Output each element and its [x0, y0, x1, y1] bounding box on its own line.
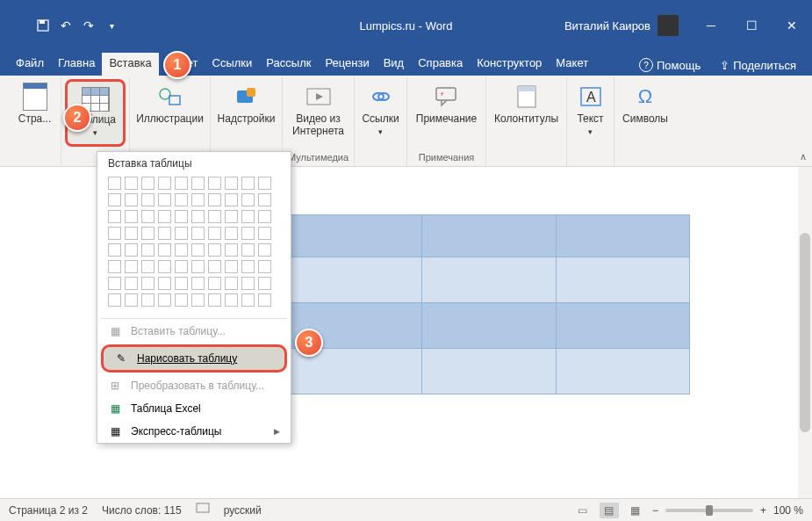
grid-cell[interactable] — [191, 277, 205, 290]
status-language[interactable]: русский — [224, 504, 262, 517]
grid-cell[interactable] — [241, 210, 255, 223]
grid-cell[interactable] — [158, 277, 171, 290]
grid-cell[interactable] — [158, 193, 171, 206]
grid-cell[interactable] — [125, 277, 138, 290]
grid-cell[interactable] — [225, 210, 238, 223]
grid-cell[interactable] — [258, 277, 271, 290]
grid-cell[interactable] — [141, 210, 154, 223]
grid-cell[interactable] — [175, 227, 188, 240]
grid-cell[interactable] — [208, 193, 221, 206]
links-button[interactable]: Ссылки▾ — [356, 79, 404, 141]
tab-review[interactable]: Рецензи — [318, 53, 376, 76]
grid-cell[interactable] — [225, 227, 238, 240]
grid-cell[interactable] — [108, 177, 121, 190]
view-read-icon[interactable]: ▭ — [573, 503, 593, 518]
status-page[interactable]: Страница 2 из 2 — [9, 504, 88, 517]
grid-cell[interactable] — [191, 210, 205, 223]
grid-cell[interactable] — [125, 243, 138, 257]
grid-cell[interactable] — [258, 177, 271, 190]
grid-cell[interactable] — [158, 177, 171, 190]
grid-cell[interactable] — [191, 293, 205, 307]
grid-cell[interactable] — [258, 227, 271, 240]
grid-cell[interactable] — [175, 177, 188, 190]
grid-cell[interactable] — [108, 193, 121, 206]
grid-cell[interactable] — [208, 243, 221, 257]
grid-cell[interactable] — [208, 177, 221, 190]
tab-insert[interactable]: Вставка — [102, 53, 158, 76]
view-print-icon[interactable]: ▤ — [600, 503, 619, 518]
grid-cell[interactable] — [175, 277, 188, 290]
grid-cell[interactable] — [225, 243, 238, 257]
grid-cell[interactable] — [208, 210, 221, 223]
grid-cell[interactable] — [191, 243, 205, 257]
close-button[interactable]: ✕ — [772, 0, 812, 51]
redo-icon[interactable]: ↷ — [81, 18, 97, 33]
grid-cell[interactable] — [191, 193, 205, 206]
grid-cell[interactable] — [141, 227, 154, 240]
grid-cell[interactable] — [108, 277, 121, 290]
grid-cell[interactable] — [158, 243, 171, 257]
symbols-button[interactable]: Ω Символы — [617, 79, 673, 128]
grid-cell[interactable] — [225, 177, 238, 190]
grid-cell[interactable] — [125, 260, 138, 273]
share-button[interactable]: ⇪ Поделиться — [713, 55, 803, 76]
grid-cell[interactable] — [258, 193, 271, 206]
grid-cell[interactable] — [241, 260, 255, 273]
grid-cell[interactable] — [225, 260, 238, 273]
grid-cell[interactable] — [158, 260, 171, 273]
addins-button[interactable]: Надстройки — [212, 79, 281, 128]
undo-icon[interactable]: ↶ — [58, 18, 74, 33]
menu-draw-table[interactable]: ✎ Нарисовать таблицу — [101, 344, 287, 373]
grid-cell[interactable] — [191, 227, 205, 240]
spellcheck-icon[interactable] — [196, 503, 210, 517]
tab-view[interactable]: Вид — [377, 53, 412, 76]
grid-cell[interactable] — [125, 193, 138, 206]
grid-cell[interactable] — [175, 210, 188, 223]
qat-more-icon[interactable]: ▾ — [104, 18, 119, 33]
grid-cell[interactable] — [258, 243, 271, 257]
tab-references[interactable]: Ссылки — [205, 53, 260, 76]
grid-cell[interactable] — [241, 243, 255, 257]
grid-cell[interactable] — [191, 260, 205, 273]
tab-help[interactable]: Справка — [411, 53, 470, 76]
tab-design[interactable]: Конструктор — [470, 53, 549, 76]
tell-me[interactable]: ? Помощь — [632, 54, 708, 76]
grid-cell[interactable] — [191, 177, 205, 190]
table-grid-picker[interactable] — [97, 171, 291, 317]
grid-cell[interactable] — [141, 293, 154, 307]
menu-excel-table[interactable]: ▦ Таблица Excel — [97, 397, 291, 420]
grid-cell[interactable] — [208, 293, 221, 307]
grid-cell[interactable] — [225, 277, 238, 290]
grid-cell[interactable] — [141, 177, 154, 190]
grid-cell[interactable] — [241, 293, 255, 307]
zoom-level[interactable]: 100 % — [773, 504, 803, 517]
status-words[interactable]: Число слов: 115 — [102, 504, 182, 517]
collapse-ribbon-icon[interactable]: ∧ — [800, 151, 807, 163]
grid-cell[interactable] — [141, 277, 154, 290]
grid-cell[interactable] — [258, 293, 271, 307]
grid-cell[interactable] — [108, 243, 121, 257]
grid-cell[interactable] — [108, 210, 121, 223]
minimize-button[interactable]: ─ — [691, 0, 731, 51]
grid-cell[interactable] — [241, 227, 255, 240]
grid-cell[interactable] — [208, 260, 221, 273]
tab-home[interactable]: Главна — [51, 53, 102, 76]
grid-cell[interactable] — [175, 293, 188, 307]
headers-button[interactable]: Колонтитулы — [489, 79, 564, 128]
grid-cell[interactable] — [158, 293, 171, 307]
zoom-slider[interactable] — [665, 509, 753, 512]
grid-cell[interactable] — [125, 227, 138, 240]
tab-layout2[interactable]: Макет — [549, 53, 595, 76]
document-table[interactable] — [288, 214, 690, 394]
grid-cell[interactable] — [108, 293, 121, 307]
grid-cell[interactable] — [141, 243, 154, 257]
grid-cell[interactable] — [225, 293, 238, 307]
grid-cell[interactable] — [125, 177, 138, 190]
grid-cell[interactable] — [158, 227, 171, 240]
grid-cell[interactable] — [241, 193, 255, 206]
view-web-icon[interactable]: ▦ — [626, 503, 645, 518]
grid-cell[interactable] — [208, 227, 221, 240]
grid-cell[interactable] — [108, 260, 121, 273]
zoom-in-button[interactable]: + — [760, 504, 766, 517]
tab-file[interactable]: Файл — [9, 53, 51, 76]
